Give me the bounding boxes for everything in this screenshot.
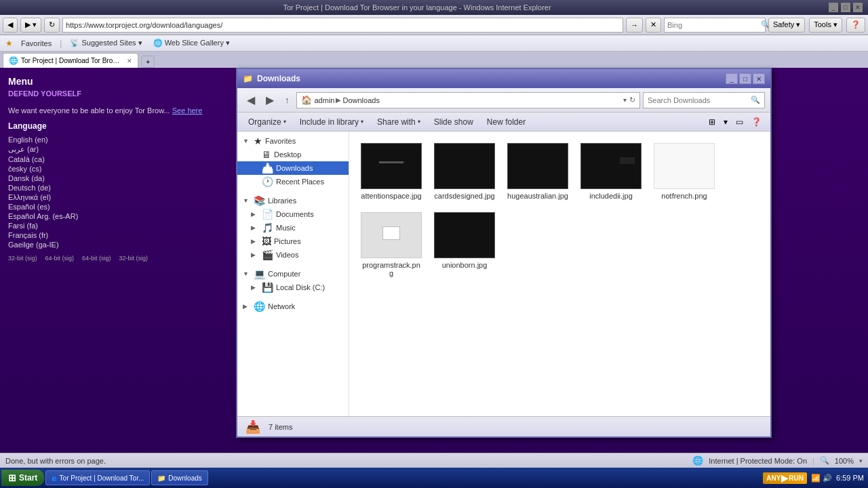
documents-icon: 📄 — [262, 209, 273, 220]
file-grid: attentionspace.jpg cardsdesigned.jpg hug… — [349, 131, 770, 416]
website-sidebar: Menu DEFEND YOURSELF We want everyone to… — [0, 68, 234, 458]
network-icon: 🌐 — [254, 301, 265, 312]
favorites-item[interactable]: Favorites — [18, 39, 54, 48]
browser-status-bar: Done, but with errors on page. 🌐 Interne… — [0, 453, 868, 468]
explorer-restore-button[interactable]: □ — [739, 73, 751, 84]
address-bar[interactable] — [66, 21, 620, 29]
system-tray-icons: 📶 🔊 — [811, 474, 832, 483]
lang-spanish[interactable]: Español (es) — [8, 202, 226, 211]
file-attentionspace[interactable]: attentionspace.jpg — [357, 140, 425, 203]
status-separator: | — [812, 457, 814, 465]
refresh-button[interactable]: ↻ — [44, 18, 60, 33]
file-unionborn[interactable]: unionborn.jpg — [431, 209, 498, 281]
explorer-forward-button[interactable]: ▶ — [262, 92, 278, 108]
slide-show-button[interactable]: Slide show — [429, 116, 479, 128]
lang-french[interactable]: Français (fr) — [8, 230, 226, 240]
start-button[interactable]: ⊞ Start — [1, 470, 44, 486]
nav-downloads[interactable]: 📥 Downloads — [237, 161, 349, 175]
help-button[interactable]: ❓ — [846, 18, 865, 33]
filename-cardsdesigned: cardsdesigned.jpg — [434, 192, 494, 200]
browser-titlebar: Tor Project | Download Tor Browser in yo… — [0, 0, 868, 15]
explorer-back-button[interactable]: ◀ — [243, 92, 259, 108]
browser-body: Menu DEFEND YOURSELF We want everyone to… — [0, 68, 868, 458]
refresh-path-button[interactable]: ↻ — [629, 96, 635, 104]
taskbar-browser-button[interactable]: e Tor Project | Download Tor... — [45, 470, 150, 485]
close-button[interactable]: ✕ — [853, 3, 863, 12]
lang-catala[interactable]: Català (ca) — [8, 155, 226, 164]
lang-spanish-ar[interactable]: Español Arg. (es-AR) — [8, 211, 226, 221]
explorer-status-bar: 📥 7 items — [237, 416, 770, 436]
explorer-close-button[interactable]: ✕ — [753, 73, 765, 84]
lang-czech[interactable]: česky (cs) — [8, 164, 226, 174]
nav-videos[interactable]: ▶ 🎬 Videos — [237, 248, 349, 262]
file-programstrack[interactable]: programstrack.png — [357, 209, 425, 281]
go-button[interactable]: → — [626, 18, 643, 33]
lang-german[interactable]: Deutsch (de) — [8, 183, 226, 192]
file-hugeaustralian[interactable]: hugeaustralian.jpg — [504, 140, 572, 203]
share-with-button[interactable]: Share with ▾ — [372, 116, 426, 128]
nav-pictures[interactable]: ▶ 🖼 Pictures — [237, 235, 349, 248]
taskbar-downloads-button[interactable]: 📁 Downloads — [151, 470, 208, 485]
help-explorer-button[interactable]: ❓ — [748, 115, 765, 129]
suggested-sites-item[interactable]: 📡 Suggested Sites ▾ — [67, 38, 144, 48]
browser-search-bar: 🔍 — [664, 18, 766, 33]
safety-menu[interactable]: Safety ▾ — [768, 18, 805, 33]
tab-close-icon[interactable]: ✕ — [127, 58, 132, 64]
explorer-up-button[interactable]: ↑ — [281, 93, 294, 107]
language-section-title: Language — [8, 121, 226, 131]
stop-button[interactable]: ✕ — [646, 18, 661, 33]
computer-icon: 💻 — [254, 268, 265, 279]
lang-greek[interactable]: Ελληνικά (el) — [8, 192, 226, 202]
nav-network[interactable]: ▶ 🌐 Network — [237, 300, 349, 313]
forward-button[interactable]: ▶ ▾ — [20, 18, 41, 33]
explorer-search-container: 🔍 — [643, 92, 765, 108]
see-here-link[interactable]: See here — [172, 106, 203, 115]
favorites-section: ▼ ★ Favorites 🖥 Desktop 📥 Downloads — [237, 131, 349, 191]
explorer-toolbar: ◀ ▶ ↑ 🏠 admin ▶ Downloads ▾ ↻ 🔍 — [237, 88, 770, 113]
lang-gaelic[interactable]: Gaeilge (ga-IE) — [8, 240, 226, 249]
internet-zone-icon: 🌐 — [692, 455, 703, 466]
nav-documents[interactable]: ▶ 📄 Documents — [237, 207, 349, 221]
tools-menu[interactable]: Tools ▾ — [809, 18, 842, 33]
explorer-search-input[interactable] — [648, 96, 748, 104]
new-tab-button[interactable]: + — [141, 56, 155, 68]
nav-local-disk[interactable]: ▶ 💾 Local Disk (C:) — [237, 281, 349, 294]
file-includedii[interactable]: includedii.jpg — [577, 140, 645, 203]
explorer-path: admin ▶ Downloads — [315, 96, 380, 104]
explorer-address-bar[interactable]: 🏠 admin ▶ Downloads ▾ ↻ — [296, 92, 641, 108]
explorer-minimize-button[interactable]: _ — [726, 73, 738, 84]
path-dropdown-icon[interactable]: ▾ — [623, 96, 627, 104]
web-slice-gallery-item[interactable]: 🌐 Web Slice Gallery ▾ — [151, 38, 233, 48]
include-library-button[interactable]: Include in library ▾ — [294, 116, 369, 128]
back-button[interactable]: ◀ — [3, 18, 18, 33]
tab-tor-project[interactable]: 🌐 Tor Project | Download Tor Browser in … — [3, 53, 138, 68]
lang-english[interactable]: English (en) — [8, 135, 226, 144]
zoom-dropdown-icon[interactable]: ▾ — [859, 458, 863, 464]
lang-arabic[interactable]: عربی (ar) — [8, 144, 226, 155]
new-folder-button[interactable]: New folder — [481, 116, 531, 128]
thumb-unionborn — [434, 212, 495, 258]
explorer-window: 📁 Downloads _ □ ✕ ◀ ▶ ↑ 🏠 admin ▶ Downlo… — [236, 68, 772, 438]
nav-computer[interactable]: ▼ 💻 Computer — [237, 267, 349, 281]
downloads-icon: 📥 — [262, 163, 273, 174]
lang-farsi[interactable]: Farsi (fa) — [8, 221, 226, 230]
computer-section: ▼ 💻 Computer ▶ 💾 Local Disk (C:) — [237, 264, 349, 297]
nav-recent-places[interactable]: 🕐 Recent Places — [237, 175, 349, 188]
organize-button[interactable]: Organize ▾ — [243, 116, 292, 128]
nav-music[interactable]: ▶ 🎵 Music — [237, 221, 349, 235]
nav-favorites[interactable]: ▼ ★ Favorites — [237, 134, 349, 148]
view-dropdown[interactable]: ▾ — [720, 115, 731, 129]
filename-notfrench: notfrench.png — [661, 192, 707, 200]
nav-desktop[interactable]: 🖥 Desktop — [237, 148, 349, 161]
view-preview-pane[interactable]: ▭ — [732, 115, 747, 129]
minimize-button[interactable]: _ — [829, 3, 838, 12]
restore-button[interactable]: □ — [841, 3, 850, 12]
videos-icon: 🎬 — [262, 249, 273, 260]
browser-search-input[interactable] — [667, 21, 761, 29]
lang-danish[interactable]: Dansk (da) — [8, 174, 226, 183]
nav-libraries[interactable]: ▼ 📚 Libraries — [237, 194, 349, 207]
file-cardsdesigned[interactable]: cardsdesigned.jpg — [431, 140, 498, 203]
status-item-count: 7 items — [269, 423, 292, 431]
view-medium-icons[interactable]: ⊞ — [705, 115, 719, 129]
file-notfrench[interactable]: notfrench.png — [650, 140, 718, 203]
